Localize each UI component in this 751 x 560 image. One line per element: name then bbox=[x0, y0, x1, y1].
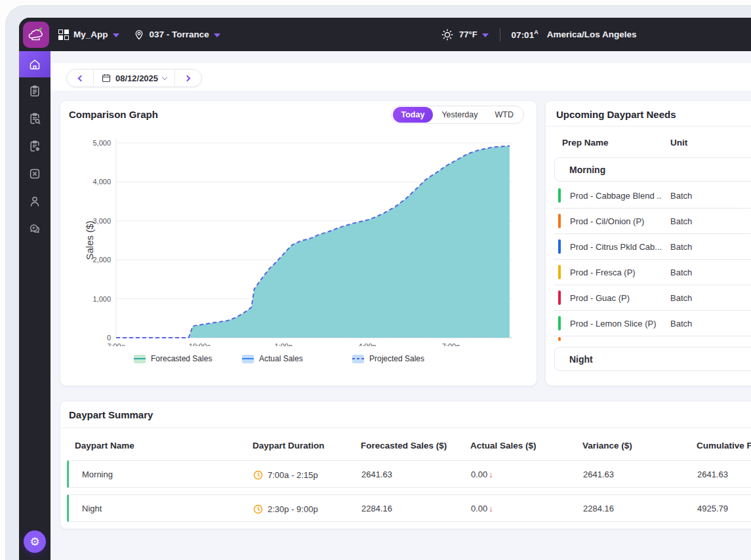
svg-text:4,000: 4,000 bbox=[92, 178, 111, 186]
location-label: 037 - Torrance bbox=[150, 30, 209, 39]
column-unit: Unit bbox=[670, 138, 687, 148]
prep-row[interactable]: Prod - Cabbage Blend ... Batch bbox=[554, 183, 751, 209]
trend-down-icon: ↓ bbox=[489, 470, 493, 479]
divider bbox=[60, 428, 751, 428]
apps-grid-icon bbox=[58, 30, 69, 40]
sidebar-item-prep-search[interactable] bbox=[19, 105, 51, 132]
svg-text:5,000: 5,000 bbox=[92, 139, 111, 147]
tab-today[interactable]: Today bbox=[393, 107, 434, 123]
section-morning[interactable]: Morning bbox=[554, 157, 751, 182]
prep-name: Prod - Cabbage Blend ... bbox=[570, 191, 662, 201]
forecasted-swatch-icon bbox=[134, 355, 146, 363]
prep-unit: Batch bbox=[670, 191, 692, 201]
prep-row[interactable]: Prod - Citrus Pkld Cab... Batch bbox=[554, 234, 751, 260]
prep-name: Prod - Fresca (P) bbox=[570, 268, 662, 277]
column-cumulative-forecast: Cumulative For bbox=[697, 441, 751, 450]
projected-swatch-icon bbox=[352, 355, 364, 363]
sidebar-item-profile[interactable] bbox=[19, 188, 51, 215]
svg-text:1,000: 1,000 bbox=[92, 295, 111, 303]
app-window: My_App 037 - Torrance 77°F 07:01A Americ… bbox=[5, 5, 751, 560]
prep-row[interactable]: Prod - Guac (P) Batch bbox=[554, 285, 751, 311]
svg-text:1:00p: 1:00p bbox=[274, 342, 293, 346]
sidebar-item-prep-list[interactable] bbox=[19, 77, 51, 105]
variance-value: 2284.16 bbox=[583, 495, 614, 523]
daypart-name: Night bbox=[82, 495, 102, 523]
daypart-duration: 2:30p - 9:00p bbox=[253, 495, 318, 523]
chevron-right-icon bbox=[184, 75, 191, 81]
section-night[interactable]: Night bbox=[554, 347, 751, 371]
upcoming-title: Upcoming Daypart Needs bbox=[556, 109, 676, 120]
svg-text:3,000: 3,000 bbox=[92, 217, 111, 225]
cumulative-value: 4925.79 bbox=[697, 495, 728, 523]
date-value: 08/12/2025 bbox=[115, 73, 158, 83]
prep-row[interactable]: Prod - Cil/Onion (P) Batch bbox=[554, 209, 751, 234]
clock-time: 07:01A bbox=[512, 29, 538, 40]
clipboard-gear-icon bbox=[28, 140, 41, 153]
clock-icon bbox=[253, 504, 263, 514]
clipboard-list-icon bbox=[28, 85, 41, 98]
comparison-graph-card: Comparison Graph Today Yesterday WTD 01,… bbox=[60, 100, 537, 386]
summary-row-morning[interactable]: Morning 7:00a - 2:15p 2641.63 0.00↓ 2641… bbox=[67, 460, 751, 488]
top-bar: My_App 037 - Torrance 77°F 07:01A Americ… bbox=[19, 18, 751, 51]
sidebar-item-prep-settings[interactable] bbox=[19, 132, 51, 160]
brand-logo[interactable] bbox=[23, 22, 49, 48]
prep-unit: Batch bbox=[670, 242, 692, 252]
legend-label: Forecasted Sales bbox=[151, 354, 212, 363]
column-forecasted-sales: Forecasted Sales ($) bbox=[361, 441, 447, 450]
clipboard-search-icon bbox=[28, 112, 41, 125]
prep-color-bar bbox=[558, 239, 561, 254]
summary-row-night[interactable]: Night 2:30p - 9:00p 2284.16 0.00↓ 2284.1… bbox=[67, 494, 751, 522]
settings-fab[interactable]: ⚙ bbox=[24, 530, 46, 553]
app-frame: My_App 037 - Torrance 77°F 07:01A Americ… bbox=[19, 18, 751, 560]
comparison-graph-title: Comparison Graph bbox=[69, 109, 158, 120]
app-switcher[interactable]: My_App bbox=[58, 30, 119, 40]
sidebar-item-waste[interactable] bbox=[19, 160, 51, 188]
prev-day-button[interactable] bbox=[67, 70, 93, 87]
summary-title: Daypart Summary bbox=[69, 409, 153, 420]
prep-unit: Batch bbox=[670, 268, 692, 277]
prep-row[interactable]: Prod - Fresca (P) Batch bbox=[554, 260, 751, 285]
divider bbox=[546, 126, 751, 127]
sidebar-nav: ⚙ bbox=[19, 51, 51, 560]
legend-item-actual: Actual Sales bbox=[242, 354, 303, 363]
timezone-label: America/Los Angeles bbox=[547, 30, 637, 39]
top-bar-right: 77°F 07:01A America/Los Angeles bbox=[440, 18, 636, 51]
svg-text:7:00p: 7:00p bbox=[442, 342, 460, 346]
legend-item-forecasted: Forecasted Sales bbox=[134, 354, 212, 363]
svg-text:0: 0 bbox=[107, 334, 111, 342]
chevron-down-icon bbox=[214, 33, 220, 37]
prep-row[interactable]: Prod - Lemon Slice (P) Batch bbox=[554, 311, 751, 336]
chevron-down-icon[interactable] bbox=[482, 33, 489, 37]
box-x-icon bbox=[28, 167, 41, 180]
column-prep-name: Prep Name bbox=[562, 138, 609, 148]
app-name-label: My_App bbox=[73, 30, 108, 39]
sidebar-item-messages[interactable] bbox=[19, 215, 51, 243]
svg-text:10:00a: 10:00a bbox=[189, 342, 212, 346]
svg-text:Sales ($): Sales ($) bbox=[84, 220, 95, 260]
actual-sales-value: 0.00↓ bbox=[471, 495, 493, 523]
forecasted-sales-value: 2284.16 bbox=[361, 495, 392, 523]
variance-value: 2641.63 bbox=[583, 461, 614, 489]
column-variance: Variance ($) bbox=[582, 441, 632, 450]
divider bbox=[500, 28, 500, 41]
date-field[interactable]: 08/12/2025 bbox=[93, 70, 175, 87]
section-label: Morning bbox=[569, 165, 605, 175]
sidebar-item-home[interactable] bbox=[19, 51, 51, 77]
clock-icon bbox=[253, 470, 263, 480]
location-selector[interactable]: 037 - Torrance bbox=[133, 29, 220, 41]
prep-color-bar bbox=[558, 188, 561, 203]
tab-wtd[interactable]: WTD bbox=[487, 107, 522, 123]
gear-icon: ⚙ bbox=[30, 535, 39, 549]
chevron-down-icon bbox=[162, 74, 167, 79]
prep-color-bar bbox=[558, 316, 561, 330]
chat-bubbles-icon bbox=[28, 222, 41, 235]
column-daypart-name: Daypart Name bbox=[75, 441, 134, 450]
prep-name: Prod - Guac (P) bbox=[570, 293, 662, 303]
daypart-duration: 7:00a - 2:15p bbox=[253, 461, 318, 489]
next-day-button[interactable] bbox=[175, 70, 201, 87]
sales-area-chart: 01,0002,0003,0004,0005,0007:00a10:00a1:0… bbox=[60, 130, 538, 346]
tab-yesterday[interactable]: Yesterday bbox=[433, 107, 486, 123]
prep-name: Prod - Cil/Onion (P) bbox=[570, 216, 662, 226]
svg-text:7:00a: 7:00a bbox=[107, 342, 125, 346]
prep-name: Prod - Lemon Slice (P) bbox=[570, 319, 662, 329]
